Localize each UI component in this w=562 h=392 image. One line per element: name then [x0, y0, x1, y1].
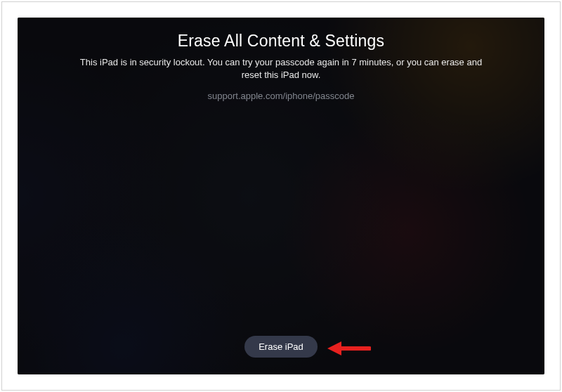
- lockout-description: This iPad is in security lockout. You ca…: [70, 56, 492, 81]
- ipad-lockout-screen: Erase All Content & Settings This iPad i…: [18, 18, 544, 374]
- page-title: Erase All Content & Settings: [178, 32, 385, 51]
- footer-actions: Erase iPad: [18, 336, 544, 358]
- support-url-text: support.apple.com/iphone/passcode: [208, 91, 355, 101]
- document-frame: Erase All Content & Settings This iPad i…: [1, 1, 561, 391]
- content-stack: Erase All Content & Settings This iPad i…: [18, 18, 544, 374]
- erase-ipad-button[interactable]: Erase iPad: [244, 336, 318, 358]
